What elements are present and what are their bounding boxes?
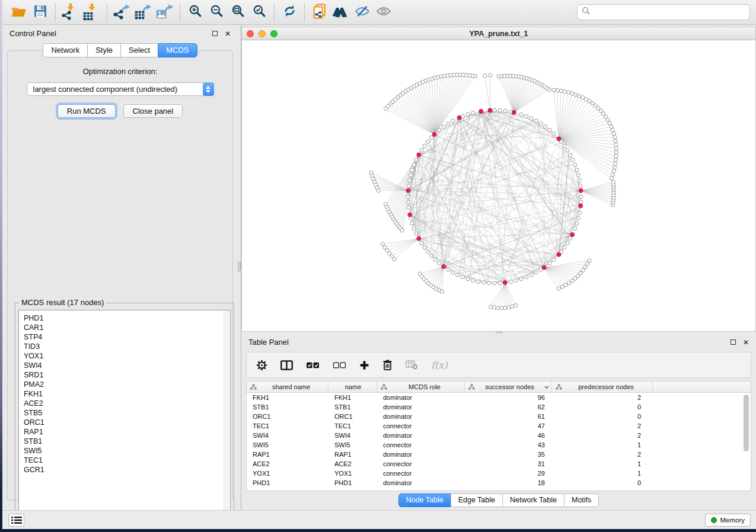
list-item[interactable]: ACE2 — [24, 399, 230, 408]
list-item[interactable]: TID3 — [24, 342, 230, 351]
toolbar-separator — [180, 4, 180, 21]
list-item[interactable]: CAR1 — [24, 323, 230, 332]
save-session-button[interactable] — [30, 2, 51, 23]
search-field[interactable] — [577, 4, 750, 20]
open-session-button[interactable] — [8, 2, 30, 23]
column-header-shared-name[interactable]: shared name — [247, 382, 328, 392]
hide-annotations-button[interactable] — [352, 2, 373, 23]
tree-icon — [468, 384, 475, 390]
list-item[interactable]: PHD1 — [24, 313, 230, 323]
search-input[interactable] — [591, 7, 749, 18]
list-item[interactable]: GCR1 — [24, 465, 230, 475]
list-item[interactable]: SRD1 — [24, 370, 230, 380]
zoom-in-button[interactable] — [184, 2, 206, 23]
refresh-view-button[interactable] — [279, 2, 300, 23]
import-network-button[interactable] — [60, 2, 81, 23]
column-header-mcds-role[interactable]: MCDS role — [377, 382, 465, 392]
column-header-predecessor-nodes[interactable]: predecessor nodes — [552, 382, 653, 392]
select-all-icon[interactable] — [306, 361, 320, 369]
import-table-button[interactable] — [81, 2, 103, 23]
tab-mcds[interactable]: MCDS — [158, 43, 197, 57]
zoom-in-icon — [188, 4, 203, 21]
run-mcds-button[interactable]: Run MCDS — [58, 104, 116, 118]
table-scrollbar[interactable] — [744, 395, 749, 488]
list-item[interactable]: FKH1 — [24, 389, 230, 399]
zoom-selected-button[interactable] — [248, 2, 270, 23]
table-row[interactable]: ORC1ORC1dominator610 — [247, 412, 751, 421]
list-item[interactable]: STB5 — [24, 408, 230, 418]
list-item[interactable]: SWI5 — [24, 446, 230, 456]
open-folder-icon — [11, 5, 27, 20]
search-icon — [582, 7, 591, 18]
table-row[interactable]: PHD1PHD1dominator180 — [247, 478, 751, 488]
zoom-out-icon — [209, 4, 224, 21]
tab-edge-table[interactable]: Edge Table — [451, 493, 503, 507]
tab-motifs[interactable]: Motifs — [564, 493, 599, 507]
tree-icon — [381, 384, 387, 390]
delete-table-icon[interactable] — [406, 360, 418, 370]
table-row[interactable]: RAP1RAP1dominator352 — [247, 450, 751, 459]
splitter-grip[interactable] — [238, 262, 241, 271]
tab-select[interactable]: Select — [120, 43, 158, 57]
table-row[interactable]: SWI4SWI4dominator462 — [247, 431, 751, 440]
tab-network[interactable]: Network — [43, 43, 88, 57]
tab-style[interactable]: Style — [87, 43, 121, 57]
toggle-columns-icon[interactable] — [280, 360, 293, 370]
zoom-out-button[interactable] — [206, 2, 227, 23]
table-row[interactable]: STB1STB1dominator620 — [247, 402, 751, 412]
network-canvas[interactable] — [242, 40, 755, 331]
binoculars-icon — [331, 5, 350, 20]
table-row[interactable]: YOX1YOX1connector291 — [247, 469, 751, 478]
list-item[interactable]: STB1 — [24, 437, 230, 446]
close-panel-icon[interactable]: ✕ — [743, 339, 749, 345]
table-toolbar: f(x) — [246, 352, 751, 378]
close-panel-icon[interactable]: ✕ — [225, 31, 231, 37]
table-row[interactable]: FKH1FKH1dominator962 — [247, 393, 751, 402]
export-image-button[interactable] — [154, 2, 176, 23]
mcds-result-list[interactable]: PHD1 CAR1 STP4 TID3 YOX1 SWI4 SRD1 PMA2 … — [18, 310, 231, 520]
node-table: shared name name MCDS role successor nod… — [246, 381, 751, 491]
show-annotations-button[interactable] — [373, 2, 394, 23]
export-image-icon — [156, 4, 174, 21]
table-tabbar: Node Table Edge Table Network Table Moti… — [241, 493, 756, 507]
chevron-down-icon — [544, 386, 549, 389]
export-network-button[interactable] — [111, 2, 133, 23]
memory-button[interactable]: Memory — [705, 514, 751, 527]
tree-icon — [250, 384, 257, 390]
share-document-button[interactable] — [309, 2, 330, 23]
close-panel-button[interactable]: Close panel — [123, 104, 183, 118]
export-table-button[interactable] — [133, 2, 154, 23]
function-builder-icon[interactable]: f(x) — [431, 360, 447, 371]
deselect-all-icon[interactable] — [333, 361, 346, 369]
table-row[interactable]: TEC1TEC1connector472 — [247, 421, 751, 431]
zoom-fit-button[interactable] — [227, 2, 248, 23]
task-history-button[interactable] — [8, 514, 24, 527]
toolbar-separator — [304, 4, 305, 21]
status-bar: Memory — [2, 510, 756, 529]
tab-node-table[interactable]: Node Table — [398, 493, 451, 507]
list-item[interactable]: PMA2 — [24, 380, 230, 389]
column-header-successor-nodes[interactable]: successor nodes — [465, 382, 552, 392]
mcds-tab-content: Optimization criterion: largest connecte… — [7, 50, 233, 501]
list-item[interactable]: YOX1 — [24, 351, 230, 361]
search-network-icon-button[interactable] — [330, 2, 352, 23]
list-item[interactable]: RAP1 — [24, 427, 230, 437]
table-row[interactable]: SWI5SWI5connector431 — [247, 440, 751, 450]
select-stepper-icon — [203, 82, 214, 96]
float-panel-icon[interactable] — [731, 339, 736, 345]
settings-gear-icon[interactable] — [256, 360, 267, 371]
criterion-select[interactable]: largest connected component (undirected) — [27, 82, 214, 96]
list-item[interactable]: TEC1 — [24, 456, 230, 465]
column-header-name[interactable]: name — [328, 382, 377, 392]
list-item[interactable]: STP4 — [24, 332, 230, 342]
list-item[interactable]: SWI4 — [24, 361, 230, 370]
network-window-titlebar[interactable]: YPA_prune.txt_1 — [242, 27, 755, 40]
list-scrollbar[interactable] — [224, 311, 229, 518]
delete-column-icon[interactable] — [382, 359, 393, 371]
list-item[interactable]: ORC1 — [24, 418, 230, 427]
tab-network-table[interactable]: Network Table — [502, 493, 564, 507]
scrollbar-thumb[interactable] — [744, 395, 749, 451]
table-row[interactable]: ACE2ACE2connector311 — [247, 459, 751, 469]
add-column-icon[interactable] — [359, 360, 369, 370]
float-panel-icon[interactable] — [212, 31, 218, 36]
